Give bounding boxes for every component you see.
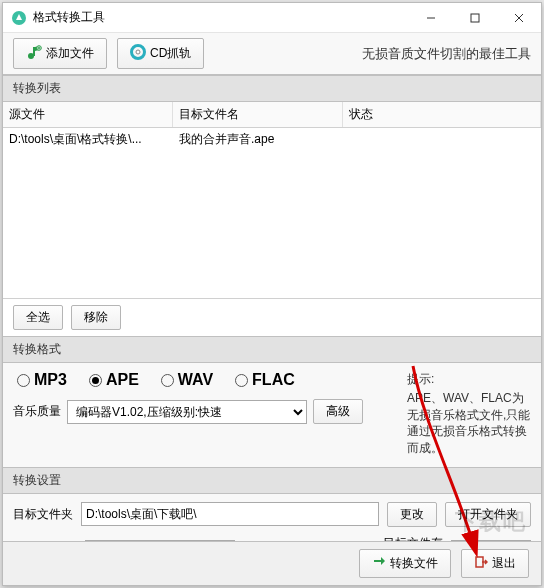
cell-target: 我的合并声音.ape	[173, 128, 343, 151]
convert-icon	[372, 555, 386, 572]
cell-status	[343, 128, 541, 151]
list-column-headers: 源文件 目标文件名 状态	[3, 102, 541, 128]
radio-ape-label: APE	[106, 371, 139, 389]
cell-source: D:\tools\桌面\格式转换\...	[3, 128, 173, 151]
format-section-header: 转换格式	[3, 336, 541, 363]
cd-icon	[130, 44, 146, 63]
quality-label: 音乐质量	[13, 403, 61, 420]
minimize-button[interactable]	[409, 4, 453, 32]
tip-text: APE、WAV、FLAC为无损音乐格式文件,只能通过无损音乐格式转换而成。	[407, 390, 531, 457]
quality-row: 音乐质量 编码器V1.02,压缩级别:快速 高级	[13, 399, 401, 424]
radio-ape[interactable]: APE	[89, 371, 139, 389]
exit-icon	[474, 555, 488, 572]
radio-circle-icon	[17, 374, 30, 387]
tip-label: 提示:	[407, 371, 531, 388]
remove-button[interactable]: 移除	[71, 305, 121, 330]
convert-label: 转换文件	[390, 555, 438, 572]
target-folder-label: 目标文件夹	[13, 506, 73, 523]
app-window: 格式转换工具 添加文件 CD抓轨 无损音质文件切割的最佳工具 转换列表 源文件 …	[2, 2, 542, 586]
radio-wav-label: WAV	[178, 371, 213, 389]
open-folder-button[interactable]: 打开文件夹	[445, 502, 531, 527]
radio-flac-label: FLAC	[252, 371, 295, 389]
window-title: 格式转换工具	[33, 9, 409, 26]
radio-wav[interactable]: WAV	[161, 371, 213, 389]
add-file-label: 添加文件	[46, 45, 94, 62]
target-folder-input[interactable]	[81, 502, 379, 526]
radio-flac[interactable]: FLAC	[235, 371, 295, 389]
cd-rip-label: CD抓轨	[150, 45, 191, 62]
format-section: MP3 APE WAV FLAC 音乐质量 编码器V1.02,压缩	[3, 363, 541, 467]
radio-circle-icon	[235, 374, 248, 387]
format-radio-group: MP3 APE WAV FLAC	[13, 371, 401, 389]
app-icon	[11, 10, 27, 26]
svg-rect-2	[471, 14, 479, 22]
exit-label: 退出	[492, 555, 516, 572]
radio-mp3-label: MP3	[34, 371, 67, 389]
music-plus-icon	[26, 44, 42, 63]
select-all-button[interactable]: 全选	[13, 305, 63, 330]
column-source[interactable]: 源文件	[3, 102, 173, 127]
change-folder-button[interactable]: 更改	[387, 502, 437, 527]
close-button[interactable]	[497, 4, 541, 32]
titlebar: 格式转换工具	[3, 3, 541, 33]
column-target[interactable]: 目标文件名	[173, 102, 343, 127]
radio-circle-icon	[161, 374, 174, 387]
convert-button[interactable]: 转换文件	[359, 549, 451, 578]
quality-select[interactable]: 编码器V1.02,压缩级别:快速	[67, 400, 307, 424]
exit-button[interactable]: 退出	[461, 549, 529, 578]
bottom-bar: 转换文件 退出	[3, 541, 541, 585]
list-footer: 全选 移除	[3, 298, 541, 336]
conversion-list: 源文件 目标文件名 状态 D:\tools\桌面\格式转换\... 我的合并声音…	[3, 102, 541, 336]
toolbar: 添加文件 CD抓轨 无损音质文件切割的最佳工具	[3, 33, 541, 75]
radio-circle-checked-icon	[89, 374, 102, 387]
column-status[interactable]: 状态	[343, 102, 541, 127]
radio-mp3[interactable]: MP3	[17, 371, 67, 389]
svg-rect-12	[476, 557, 483, 567]
list-row[interactable]: D:\tools\桌面\格式转换\... 我的合并声音.ape	[3, 128, 541, 151]
list-section-header: 转换列表	[3, 75, 541, 102]
tip-box: 提示: APE、WAV、FLAC为无损音乐格式文件,只能通过无损音乐格式转换而成…	[401, 371, 531, 457]
target-folder-row: 目标文件夹 更改 打开文件夹	[13, 502, 531, 527]
window-controls	[409, 4, 541, 32]
list-body[interactable]: D:\tools\桌面\格式转换\... 我的合并声音.ape	[3, 128, 541, 298]
format-controls: MP3 APE WAV FLAC 音乐质量 编码器V1.02,压缩	[13, 371, 401, 424]
cd-rip-button[interactable]: CD抓轨	[117, 38, 204, 69]
advanced-button[interactable]: 高级	[313, 399, 363, 424]
maximize-button[interactable]	[453, 4, 497, 32]
settings-section-header: 转换设置	[3, 467, 541, 494]
svg-point-11	[136, 50, 140, 54]
add-file-button[interactable]: 添加文件	[13, 38, 107, 69]
toolbar-tagline: 无损音质文件切割的最佳工具	[362, 45, 531, 63]
svg-rect-6	[33, 47, 35, 56]
